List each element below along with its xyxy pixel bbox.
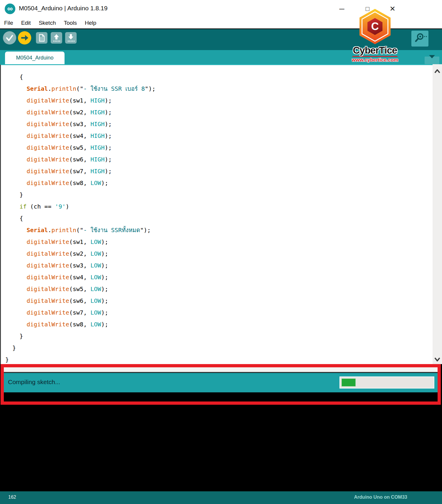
save-sketch-button[interactable] [65, 32, 77, 44]
scroll-down-icon[interactable] [433, 355, 442, 363]
code-line: digitalWrite(sw5, LOW); [1, 283, 433, 295]
editor-scrollbar[interactable] [433, 64, 442, 364]
code-line: } [1, 354, 433, 364]
window-title: M0504_Arduino | Arduino 1.8.19 [19, 5, 108, 12]
cybertice-hexagon-logo-icon: C [359, 9, 391, 44]
code-line: digitalWrite(sw8, LOW); [1, 177, 433, 189]
cursor-line-number: 162 [8, 495, 16, 500]
code-editor[interactable]: { Serial.println("- ใช้งาน SSR เบอร์ 8")… [0, 64, 433, 364]
code-line: digitalWrite(sw1, LOW); [1, 236, 433, 248]
code-line: Serial.println("- ใช้งาน SSR เบอร์ 8"); [1, 83, 433, 95]
code-line: digitalWrite(sw8, LOW); [1, 318, 433, 330]
code-line: { [1, 212, 433, 224]
download-arrow-icon [65, 32, 77, 44]
code-line: digitalWrite(sw1, HIGH); [1, 95, 433, 106]
code-line: digitalWrite(sw2, HIGH); [1, 106, 433, 118]
open-sketch-button[interactable] [51, 32, 62, 44]
check-icon [3, 31, 16, 44]
tab-list-dropdown-button[interactable] [425, 57, 439, 64]
upload-arrow-icon [51, 32, 62, 44]
menu-sketch[interactable]: Sketch [39, 20, 56, 26]
board-port-info: Arduino Uno on COM33 [354, 495, 407, 500]
cybertice-watermark: C CyberTice www.cybertice.com [349, 9, 401, 63]
code-line: digitalWrite(sw4, HIGH); [1, 130, 433, 142]
status-bar: Compiling sketch... [4, 373, 438, 392]
new-document-icon [36, 32, 47, 44]
chevron-down-icon [429, 55, 435, 63]
code-lines: { Serial.println("- ใช้งาน SSR เบอร์ 8")… [1, 71, 433, 364]
minimize-button[interactable]: ─ [332, 0, 351, 18]
magnifier-icon [411, 31, 428, 47]
cybertice-title: CyberTice [352, 45, 398, 57]
code-line: if (ch == '9') [1, 201, 433, 212]
code-line: digitalWrite(sw3, HIGH); [1, 118, 433, 130]
code-line: Serial.println("- ใช้งาน SSRทั้งหมด"); [1, 224, 433, 236]
cybertice-url: www.cybertice.com [349, 57, 401, 63]
code-line: { [1, 71, 433, 83]
scroll-up-icon[interactable] [433, 67, 442, 76]
code-line: digitalWrite(sw2, LOW); [1, 248, 433, 260]
right-arrow-icon [18, 31, 31, 44]
menu-help[interactable]: Help [85, 20, 96, 26]
code-line: } [1, 189, 433, 201]
code-line: } [1, 342, 433, 354]
new-sketch-button[interactable] [36, 32, 47, 44]
tab-m0504-arduino[interactable]: M0504_Arduino [5, 52, 65, 64]
code-line: digitalWrite(sw7, HIGH); [1, 165, 433, 177]
upload-button[interactable] [18, 31, 31, 44]
code-line: digitalWrite(sw5, HIGH); [1, 142, 433, 153]
footer-bar: 162 Arduino Uno on COM33 [0, 491, 442, 504]
progress-bar [339, 376, 434, 389]
menu-file[interactable]: File [4, 20, 13, 26]
arduino-ide-window: ∞ M0504_Arduino | Arduino 1.8.19 ─ □ ✕ F… [0, 0, 442, 504]
code-line: digitalWrite(sw4, LOW); [1, 271, 433, 283]
arduino-app-icon: ∞ [5, 4, 15, 14]
serial-monitor-button[interactable] [411, 31, 428, 47]
code-line: } [1, 330, 433, 342]
code-line: digitalWrite(sw6, LOW); [1, 295, 433, 307]
status-message: Compiling sketch... [8, 379, 60, 386]
code-line: digitalWrite(sw7, LOW); [1, 307, 433, 318]
code-line: digitalWrite(sw6, HIGH); [1, 153, 433, 165]
code-line: digitalWrite(sw3, LOW); [1, 260, 433, 271]
menu-edit[interactable]: Edit [21, 20, 31, 26]
status-separator [4, 367, 438, 372]
progress-fill [342, 379, 356, 386]
verify-button[interactable] [3, 31, 16, 44]
menu-tools[interactable]: Tools [64, 20, 77, 26]
